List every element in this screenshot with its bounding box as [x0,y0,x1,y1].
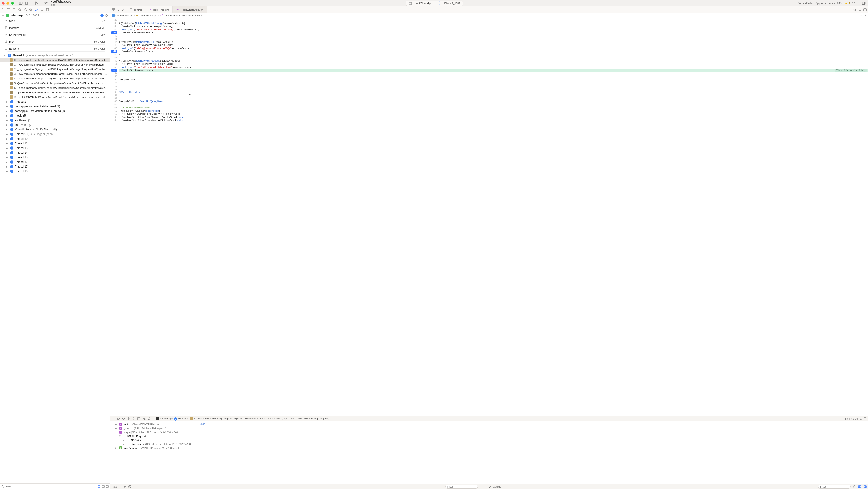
variable-row[interactable]: ▸_internal = (NSURLRequestInternal *) 0x… [111,442,198,446]
filter-toggle-1-icon[interactable] [98,485,100,488]
step-into-icon[interactable] [127,417,130,420]
step-out-icon[interactable] [132,417,135,420]
debug-nav-icon[interactable] [35,8,38,11]
issue-nav-icon[interactable] [24,8,27,11]
minimap-icon[interactable] [863,417,867,420]
debug-view-icon[interactable] [137,417,141,420]
thread-row[interactable]: ▸icom.apple.uikit.eventfetch-thread (3) [0,104,110,109]
minimize-window-icon[interactable] [6,2,9,5]
stack-frame[interactable]: 4 _logos_method$_ungrouped$WARegistratio… [0,76,110,81]
symbol-nav-icon[interactable] [12,8,16,11]
show-vars-icon[interactable] [858,485,861,488]
stack-frame[interactable]: 36 -[_TtC21WAChatContextMenuMain17Contex… [0,95,110,99]
variables-view[interactable]: ▸Aself = (Class) WAHTTPFetcher▸A_cmd = (… [111,421,198,484]
jumpbar-2[interactable]: HookWhatsApp.xm [164,14,185,17]
variable-row[interactable]: ▾NSURLRequest [111,434,198,438]
thread-row[interactable]: ▸iThread 17 [0,164,110,169]
close-window-icon[interactable] [2,2,5,5]
stack-frame[interactable]: 3 -[WARegistrationManager performSameDev… [0,72,110,76]
jump-bar[interactable]: HookWhatsApp› HookWhatsApp› m' HookWhats… [111,13,868,18]
editor-tab[interactable]: m'HookWhatsApp.xm [173,6,207,13]
info-badge-icon[interactable]: i [100,14,104,17]
stack-frame[interactable]: 7 -[WAPhoneInputViewController performSa… [0,90,110,95]
zoom-window-icon[interactable] [11,2,14,5]
thread-row[interactable]: ▸iThread 2 [0,99,110,104]
jumpbar-0[interactable]: HookWhatsApp [116,14,133,17]
breakpoint-nav-icon[interactable] [40,8,43,11]
filter-icon[interactable] [1,485,4,488]
back-icon[interactable] [117,8,120,11]
toggle-debug-area-icon[interactable] [112,417,115,420]
filter-toggle-2-icon[interactable] [102,485,104,488]
variable-row[interactable]: ▸NSObject [111,438,198,442]
window-controls[interactable] [2,2,14,5]
adjust-editor-icon[interactable] [858,8,862,11]
stack-frame[interactable]: 1 -[WARegistrationManager requestPreChat… [0,62,110,67]
gauge-row[interactable]: Memory103.3 MB [0,25,110,30]
editor-tab[interactable]: control [126,6,146,13]
debug-crumb-frame[interactable]: 0 _logos_meta_method$_ungrouped$WAHTTPFe… [194,417,329,420]
toggle-left-panel-button[interactable] [18,0,24,6]
variable-row[interactable]: ▸LnewFetcher = (WAHTTPFetcher *) 0x2836e… [111,446,198,450]
console-filter-input[interactable] [818,485,850,489]
gauge-row[interactable]: CPU0% [0,18,110,23]
find-nav-icon[interactable] [18,8,21,11]
continue-icon[interactable] [117,417,120,420]
source-control-nav-icon[interactable] [7,8,10,11]
console-view[interactable]: (lldb) [198,421,868,484]
variable-row[interactable]: ▸Aself = (Class) WAHTTPFetcher [111,422,198,426]
info-icon[interactable] [128,485,131,488]
code-area[interactable]: + ("tok-kw">id)fetcherWithURLString:("to… [119,18,868,416]
thread-row[interactable]: ▸icom.apple.CoreMotion.MotionThread (4) [0,109,110,113]
gauge-row[interactable]: DiskZero KB/s [0,39,110,44]
thread-row[interactable]: ▸imedia (5) [0,113,110,118]
show-console-icon[interactable] [864,485,867,488]
thread-row[interactable]: ▸iThread 14 [0,151,110,155]
jumpbar-1[interactable]: HookWhatsApp [140,14,157,17]
report-nav-icon[interactable] [46,8,49,11]
editor-layout-icon[interactable] [863,8,867,11]
thread-row[interactable]: ▾ i Thread 1 Queue: com.apple.main-threa… [0,53,110,58]
jumpbar-3[interactable]: No Selection [188,14,203,17]
location-icon[interactable] [148,417,151,420]
thread-row[interactable]: ▸iThread 13 [0,146,110,151]
process-row[interactable]: ▾ WhatsApp PID 32005 i [0,13,110,18]
navigator-filter-input[interactable] [6,485,96,488]
console-scope-selector[interactable]: All Output ⌄ [489,485,504,488]
thread-row[interactable]: ▸iAVAudioSession Notify Thread (8) [0,127,110,132]
run-destination[interactable]: HookWhatsApp › iPhone7_1331 [406,1,463,6]
jump-fwd-icon[interactable] [864,14,867,17]
step-over-icon[interactable] [122,417,125,420]
settings-icon[interactable] [105,14,108,17]
thread-row[interactable]: ▸iThread 16 [0,160,110,164]
thread-row[interactable]: ▸iThread 11 [0,141,110,146]
line-gutter[interactable]: 3738394041424344454647484950515253545556… [111,18,119,416]
test-nav-icon[interactable] [29,8,32,11]
debug-crumb-thread[interactable]: Thread 1 [178,417,188,420]
forward-icon[interactable] [122,8,124,11]
variable-row[interactable]: ▾Areq = (NSMutableURLRequest *) 0x2810dc… [111,430,198,434]
compare-icon[interactable] [853,8,857,11]
stack-frame[interactable]: 5 -[WAPhoneInputViewController performDe… [0,81,110,86]
quicklook-icon[interactable] [123,485,126,488]
stack-frame[interactable]: 2 _logos_method$_ungrouped$WARegistratio… [0,67,110,72]
filter-toggle-3-icon[interactable] [106,485,109,488]
thread-row[interactable]: ▸icall ev thrd (7) [0,123,110,127]
related-items-icon[interactable] [112,8,115,11]
variable-row[interactable]: ▸A_cmd = (SEL) "fetcherWithRequest:" [111,426,198,430]
editor-tab[interactable]: m'hook_reg.xm [146,6,173,13]
toggle-right-panel-button[interactable] [861,0,867,6]
thread-row[interactable]: ▸iThread 9Queue: logger (serial) [0,132,110,136]
trash-icon[interactable] [853,485,856,488]
source-editor[interactable]: 3738394041424344454647484950515253545556… [111,18,868,416]
run-button[interactable] [34,0,39,6]
gauge-row[interactable]: Energy ImpactLow [0,32,110,37]
memory-graph-icon[interactable] [142,417,146,420]
vars-filter-input[interactable] [445,485,478,489]
stack-frame[interactable]: 6 _logos_method$_ungrouped$WAPhoneInputV… [0,86,110,90]
debug-crumb-app[interactable]: WhatsApp [160,417,172,420]
thread-row[interactable]: ▸iev_thread (6) [0,118,110,123]
stack-frame[interactable]: 0 _logos_meta_method$_ungrouped$WAHTTPFe… [0,58,110,62]
thread-row[interactable]: ▸iThread 10 [0,136,110,141]
jump-back-icon[interactable] [860,14,863,17]
